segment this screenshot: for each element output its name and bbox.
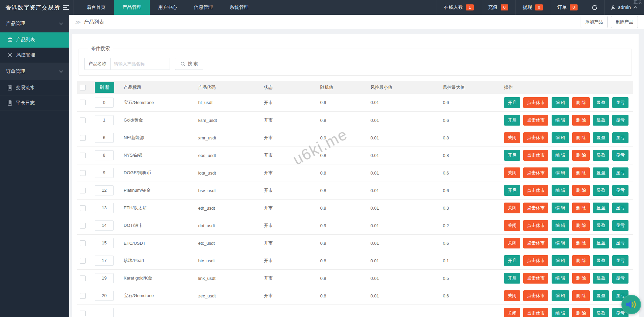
show-loss-button[interactable]: 显亏 [612, 273, 628, 284]
row-checkbox[interactable] [80, 311, 86, 316]
toggle-market-button[interactable]: 开启 [504, 185, 520, 196]
delete-button[interactable]: 删 除 [572, 97, 590, 108]
delete-button[interactable]: 删 除 [572, 290, 590, 301]
show-profit-button[interactable]: 显盈 [593, 220, 609, 231]
row-id-input[interactable]: 8 [95, 150, 114, 160]
show-loss-button[interactable]: 显亏 [612, 115, 628, 126]
edit-button[interactable]: 编 辑 [552, 185, 569, 196]
row-checkbox[interactable] [80, 223, 86, 229]
pause-market-button[interactable]: 点击休市 [523, 255, 548, 266]
refresh-table-button[interactable]: 刷 新 [95, 82, 114, 93]
row-checkbox[interactable] [80, 240, 86, 246]
edit-button[interactable]: 编 辑 [552, 308, 569, 317]
sidebar-item-trade-flow[interactable]: 交易流水 [0, 80, 69, 96]
show-loss-button[interactable]: 显亏 [612, 97, 628, 108]
row-checkbox[interactable] [80, 293, 86, 299]
show-profit-button[interactable]: 显盈 [593, 97, 609, 108]
row-id-input[interactable]: 12 [95, 185, 114, 195]
edit-button[interactable]: 编 辑 [552, 132, 569, 143]
row-id-input[interactable]: 19 [95, 273, 114, 283]
row-checkbox[interactable] [80, 188, 86, 193]
row-checkbox[interactable] [80, 135, 86, 141]
delete-button[interactable]: 删 除 [572, 238, 590, 248]
row-id-input[interactable]: 9 [95, 168, 114, 178]
toggle-market-button[interactable]: 开启 [504, 115, 520, 126]
toggle-market-button[interactable]: 开启 [504, 97, 520, 108]
sidebar-item-risk-management[interactable]: 风控管理 [0, 48, 69, 63]
show-profit-button[interactable]: 显盈 [593, 115, 609, 126]
refresh-page-button[interactable] [585, 0, 604, 15]
toggle-market-button[interactable]: 关闭 [504, 290, 520, 301]
edit-button[interactable]: 编 辑 [552, 203, 569, 213]
edit-button[interactable]: 编 辑 [552, 220, 569, 231]
show-profit-button[interactable]: 显盈 [593, 203, 609, 213]
show-loss-button[interactable]: 显亏 [612, 150, 628, 161]
show-profit-button[interactable]: 显盈 [593, 150, 609, 161]
show-profit-button[interactable]: 显盈 [593, 185, 609, 196]
row-checkbox[interactable] [80, 100, 86, 105]
delete-button[interactable]: 删 除 [572, 308, 590, 317]
row-id-input[interactable]: 1 [95, 115, 114, 125]
edit-button[interactable]: 编 辑 [552, 290, 569, 301]
row-id-input[interactable]: 6 [95, 133, 114, 143]
product-name-input[interactable] [111, 58, 170, 70]
row-checkbox[interactable] [80, 258, 86, 264]
row-checkbox[interactable] [80, 275, 86, 281]
nav-menu-item-users[interactable]: 用户中心 [150, 0, 185, 15]
pause-market-button[interactable]: 点击休市 [523, 308, 548, 317]
stat-orders[interactable]: 订单 0 [550, 0, 585, 15]
toggle-market-button[interactable]: 关闭 [504, 203, 520, 213]
edit-button[interactable]: 编 辑 [552, 97, 569, 108]
show-loss-button[interactable]: 显亏 [612, 203, 628, 213]
delete-product-button[interactable]: 删除产品 [611, 16, 638, 28]
show-loss-button[interactable]: 显亏 [612, 220, 628, 231]
show-profit-button[interactable]: 显盈 [593, 273, 609, 284]
pause-market-button[interactable]: 点击休市 [523, 203, 548, 213]
edit-button[interactable]: 编 辑 [552, 255, 569, 266]
sidebar-item-close-position-log[interactable]: 平仓日志 [0, 96, 69, 111]
toggle-market-button[interactable]: 开启 [504, 150, 520, 161]
row-id-input[interactable]: 15 [95, 238, 114, 248]
delete-button[interactable]: 删 除 [572, 185, 590, 196]
sidebar-group-products[interactable]: 产品管理 [0, 15, 69, 32]
toggle-market-button[interactable]: 开启 [504, 273, 520, 284]
nav-menu-item-system[interactable]: 系统管理 [221, 0, 257, 15]
select-all-checkbox[interactable] [80, 85, 86, 90]
edit-button[interactable]: 编 辑 [552, 167, 569, 178]
row-id-input[interactable] [95, 308, 114, 317]
delete-button[interactable]: 删 除 [572, 273, 590, 284]
show-loss-button[interactable]: 显亏 [612, 167, 628, 178]
toggle-market-button[interactable]: 开启 [504, 255, 520, 266]
pause-market-button[interactable]: 点击休市 [523, 97, 548, 108]
delete-button[interactable]: 删 除 [572, 167, 590, 178]
add-product-button[interactable]: 添加产品 [581, 16, 608, 28]
edit-button[interactable]: 编 辑 [552, 150, 569, 161]
show-loss-button[interactable]: 显亏 [612, 132, 628, 143]
sidebar-item-product-list[interactable]: 产品列表 [0, 32, 69, 48]
pause-market-button[interactable]: 点击休市 [523, 220, 548, 231]
stat-withdrawals[interactable]: 提现 0 [515, 0, 550, 15]
sidebar-group-orders[interactable]: 订单管理 [0, 63, 69, 80]
edit-button[interactable]: 编 辑 [552, 238, 569, 248]
search-button[interactable]: 搜 索 [175, 58, 203, 70]
pause-market-button[interactable]: 点击休市 [523, 290, 548, 301]
pause-market-button[interactable]: 点击休市 [523, 115, 548, 126]
show-profit-button[interactable]: 显盈 [593, 290, 609, 301]
nav-menu-item-info[interactable]: 信息管理 [185, 0, 221, 15]
pause-market-button[interactable]: 点击休市 [523, 238, 548, 248]
delete-button[interactable]: 删 除 [572, 150, 590, 161]
row-id-input[interactable]: 20 [95, 291, 114, 301]
row-checkbox[interactable] [80, 205, 86, 211]
row-id-input[interactable]: 13 [95, 203, 114, 213]
toggle-market-button[interactable]: 关闭 [504, 220, 520, 231]
show-profit-button[interactable]: 显盈 [593, 167, 609, 178]
delete-button[interactable]: 删 除 [572, 220, 590, 231]
delete-button[interactable]: 删 除 [572, 255, 590, 266]
edit-button[interactable]: 编 辑 [552, 273, 569, 284]
voice-button[interactable] [621, 295, 641, 314]
row-checkbox[interactable] [80, 170, 86, 176]
show-loss-button[interactable]: 显亏 [612, 238, 628, 248]
show-profit-button[interactable]: 显盈 [593, 132, 609, 143]
row-id-input[interactable]: 0 [95, 98, 114, 108]
row-id-input[interactable]: 14 [95, 220, 114, 231]
